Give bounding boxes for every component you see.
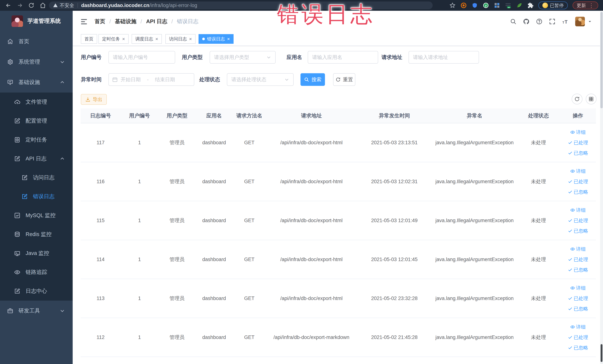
exception-time-range-picker[interactable]: 开始日期 - 结束日期 xyxy=(108,73,194,86)
breadcrumb-separator: / xyxy=(172,19,173,25)
refresh-icon xyxy=(336,77,341,82)
scrollbar-thumb[interactable] xyxy=(600,12,603,108)
processed-link[interactable]: 已处理 xyxy=(568,176,588,187)
sidebar-item-dev-tools[interactable]: 研发工具 xyxy=(0,301,73,321)
extension-grid-icon[interactable] xyxy=(494,2,500,9)
sidebar-item-error-log[interactable]: 错误日志 xyxy=(0,187,73,206)
font-size-icon[interactable]: TT xyxy=(562,18,568,25)
search-icon[interactable] xyxy=(510,18,517,25)
help-icon[interactable] xyxy=(536,18,543,25)
fullscreen-icon[interactable] xyxy=(549,18,556,25)
chart-icon xyxy=(14,212,20,219)
url-host: dashboard.yudao.iocoder.cn xyxy=(81,3,150,8)
table-cell: 管理员 xyxy=(159,162,196,201)
paused-pill-button[interactable]: 已暂停 xyxy=(538,1,568,9)
security-label[interactable]: 不安全 xyxy=(60,2,74,9)
tab-access-log[interactable]: 访问日志× xyxy=(165,34,196,44)
column-settings-button[interactable] xyxy=(586,94,596,104)
tab-close-icon[interactable]: × xyxy=(189,36,192,42)
sidebar-item-mysql-monitor[interactable]: MySQL 监控 xyxy=(0,206,73,225)
processed-link[interactable]: 已处理 xyxy=(568,215,588,226)
scrollbar-thumb-dark[interactable] xyxy=(601,344,603,362)
breadcrumb-item[interactable]: API 日志 xyxy=(146,18,167,25)
sidebar-item-java-monitor[interactable]: Java 监控 xyxy=(0,244,73,263)
tab-close-icon[interactable]: × xyxy=(227,36,230,42)
sidebar-item-scheduled-tasks[interactable]: 定时任务 xyxy=(0,130,73,149)
extension-shield-icon[interactable] xyxy=(472,2,478,9)
table-cell: 未处理 xyxy=(517,201,560,240)
chevron-down-icon xyxy=(60,59,65,65)
extension-orange-icon[interactable] xyxy=(461,2,467,9)
table-cell: dashboard xyxy=(196,240,233,279)
sidebar-item-redis-monitor[interactable]: Redis 监控 xyxy=(0,225,73,244)
annotation-overlay: 错误日志 xyxy=(277,0,375,29)
search-button[interactable]: 搜索 xyxy=(301,73,325,86)
update-button[interactable]: 更新 ⋮ xyxy=(573,1,598,9)
ignored-link[interactable]: 已忽略 xyxy=(568,187,588,197)
tab-error-log[interactable]: 错误日志× xyxy=(198,34,233,44)
scrollbar[interactable] xyxy=(600,11,603,364)
extension-green-icon[interactable]: y xyxy=(483,2,489,9)
detail-link[interactable]: 详细 xyxy=(570,322,586,332)
detail-link[interactable]: 详细 xyxy=(570,127,586,137)
ignored-link[interactable]: 已忽略 xyxy=(568,148,588,158)
processed-link[interactable]: 已处理 xyxy=(568,332,588,342)
extension-switch-icon[interactable]: on xyxy=(505,2,511,9)
sidebar-item-infrastructure[interactable]: 基础设施 xyxy=(0,72,73,93)
reset-button[interactable]: 重置 xyxy=(333,73,355,86)
processed-link[interactable]: 已处理 xyxy=(568,137,588,148)
check-icon xyxy=(568,257,574,262)
extensions-puzzle-icon[interactable] xyxy=(527,2,533,9)
user-id-input[interactable] xyxy=(108,51,175,64)
breadcrumb-item[interactable]: 首页 xyxy=(94,18,105,25)
table-cell: GET xyxy=(233,279,266,318)
logo-row[interactable]: 芋道管理系统 xyxy=(0,11,73,31)
user-type-select[interactable]: 请选择用户类型 xyxy=(210,51,276,64)
ignored-link[interactable]: 已忽略 xyxy=(568,304,588,314)
chevron-down-icon xyxy=(60,308,65,313)
avatar[interactable] xyxy=(575,17,585,26)
extension-leaf-icon[interactable] xyxy=(516,2,522,9)
sidebar-item-api-log[interactable]: API 日志 xyxy=(0,149,73,168)
tab-close-icon[interactable]: × xyxy=(122,36,125,42)
app-name-input[interactable] xyxy=(308,51,378,64)
reload-icon[interactable] xyxy=(28,2,35,9)
breadcrumb-item[interactable]: 基础设施 xyxy=(115,18,136,25)
github-icon[interactable] xyxy=(523,18,530,25)
tab-home[interactable]: 首页 xyxy=(81,34,97,44)
browser-menu-icon[interactable]: ⋮ xyxy=(589,2,594,9)
sidebar-item-home[interactable]: 首页 xyxy=(0,31,73,52)
back-icon[interactable] xyxy=(5,2,12,9)
ignored-link[interactable]: 已忽略 xyxy=(568,342,588,353)
sidebar-item-access-log[interactable]: 访问日志 xyxy=(0,168,73,187)
sidebar-item-config-management[interactable]: 配置管理 xyxy=(0,111,73,130)
ignored-link[interactable]: 已忽略 xyxy=(568,265,588,275)
tab-scheduled-tasks[interactable]: 定时任务× xyxy=(98,34,129,44)
forward-icon[interactable] xyxy=(17,2,23,9)
refresh-circle-button[interactable] xyxy=(572,94,582,104)
table-actions-cell: 详细已处理已忽略 xyxy=(560,123,596,162)
address-bar[interactable]: 不安全 dashboard.yudao.iocoder.cn/infra/log… xyxy=(49,1,433,9)
request-url-input[interactable] xyxy=(408,51,479,64)
sidebar-item-log-center[interactable]: 日志中心 xyxy=(0,282,73,301)
detail-link[interactable]: 详细 xyxy=(570,205,586,215)
processed-link[interactable]: 已处理 xyxy=(568,293,588,304)
sidebar-item-file-management[interactable]: 文件管理 xyxy=(0,93,73,111)
download-icon xyxy=(85,97,91,102)
ignored-link[interactable]: 已忽略 xyxy=(568,226,588,236)
bookmark-star-icon[interactable] xyxy=(449,2,456,9)
hamburger-icon[interactable] xyxy=(80,18,88,25)
detail-link[interactable]: 详细 xyxy=(570,283,586,293)
table-header-row: 日志编号用户编号用户类型应用名请求方法名请求地址异常发生时间异常名处理状态操作 xyxy=(81,108,596,123)
sidebar-item-system-management[interactable]: 系统管理 xyxy=(0,52,73,72)
tab-schedule-log[interactable]: 调度日志× xyxy=(132,34,162,44)
export-button[interactable]: 导出 xyxy=(81,94,107,105)
home-icon[interactable] xyxy=(40,2,46,9)
caret-down-icon[interactable] xyxy=(588,20,592,23)
process-status-select[interactable]: 请选择处理状态 xyxy=(227,73,294,86)
sidebar-item-trace[interactable]: 链路追踪 xyxy=(0,263,73,282)
detail-link[interactable]: 详细 xyxy=(570,166,586,176)
tab-close-icon[interactable]: × xyxy=(155,36,158,42)
processed-link[interactable]: 已处理 xyxy=(568,254,588,265)
detail-link[interactable]: 详细 xyxy=(570,244,586,254)
